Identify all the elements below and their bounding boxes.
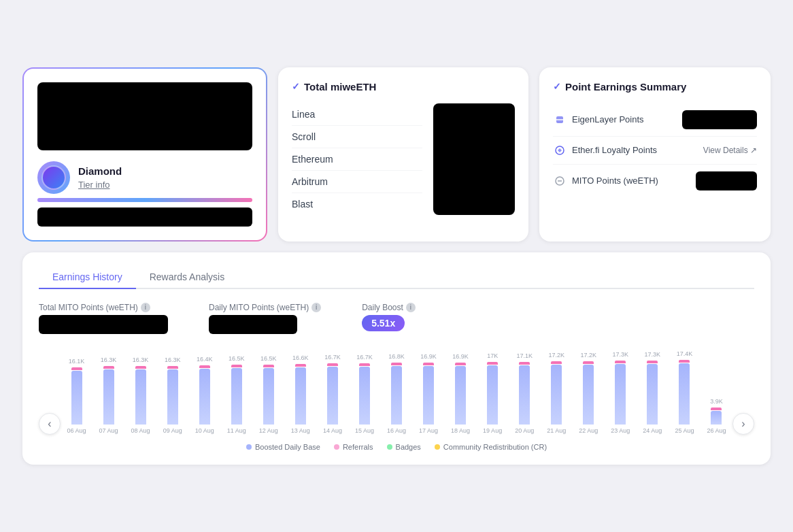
bar-value-label: 16.1K <box>69 358 85 365</box>
chain-item-blast[interactable]: Blast <box>292 193 422 215</box>
bar-stack <box>135 366 147 425</box>
chart-card: Earnings History Rewards Analysis Total … <box>22 252 771 465</box>
chart-prev-button[interactable]: ‹ <box>39 413 61 435</box>
legend-boosted: Boosted Daily Base <box>246 443 320 451</box>
bar-main <box>711 411 722 425</box>
earnings-title: Point Earnings Summary <box>565 81 686 93</box>
legend-boosted-label: Boosted Daily Base <box>255 443 320 451</box>
bar-main <box>295 367 306 425</box>
tier-info: Diamond Tier info <box>78 165 252 190</box>
bar-main <box>551 365 562 425</box>
earnings-checkmark: ✓ <box>553 81 561 92</box>
bar-stack <box>582 361 594 425</box>
tier-value-box <box>37 207 252 227</box>
chain-item-ethereum[interactable]: Ethereum <box>292 148 422 171</box>
bar-value-label: 17.3K <box>645 351 661 358</box>
bar-accent <box>71 367 82 370</box>
tab-rewards-analysis[interactable]: Rewards Analysis <box>136 266 239 289</box>
bar-date-label: 09 Aug <box>163 427 182 435</box>
total-mito-value <box>39 315 168 334</box>
bar-stack <box>294 364 307 425</box>
mito-label-row: MITO Points (weETH) <box>553 174 658 188</box>
legend-cr-label: Community Redistribution (CR) <box>443 443 547 451</box>
bar-main <box>615 364 626 425</box>
tier-progress-bar <box>37 198 252 202</box>
daily-mito-stat: Daily MITO Points (weETH) i <box>209 303 321 334</box>
bar-main <box>519 365 530 425</box>
miwe-title: Total miweETH <box>304 81 376 93</box>
bar-date-label: 25 Aug <box>675 427 694 435</box>
bar-value-label: 16.7K <box>324 354 341 361</box>
bar-group: 16.3K08 Aug <box>124 356 156 435</box>
bar-stack <box>518 362 530 425</box>
bar-group: 17K19 Aug <box>477 352 509 435</box>
bar-main <box>455 366 466 425</box>
bar-accent <box>327 363 338 366</box>
bar-value-label: 16.4K <box>197 356 213 363</box>
bar-date-label: 10 Aug <box>195 427 214 435</box>
bar-value-label: 17.2K <box>548 352 564 359</box>
etherfi-label-row: Ether.fi Loyalty Points <box>553 144 657 157</box>
bar-stack <box>199 365 211 425</box>
bar-accent <box>295 364 306 367</box>
bar-date-label: 08 Aug <box>131 427 150 435</box>
bar-accent <box>455 363 466 365</box>
legend-referrals-label: Referrals <box>343 443 373 451</box>
bar-group: 17.1K20 Aug <box>509 352 541 435</box>
bar-group: 16.3K07 Aug <box>92 356 124 435</box>
eigenlayer-label-row: EigenLayer Points <box>553 113 644 127</box>
miwe-chart-area <box>433 103 515 215</box>
bar-accent <box>647 361 658 363</box>
bar-stack <box>614 361 626 425</box>
bar-main <box>263 368 274 425</box>
bar-value-label: 16.3K <box>101 356 117 363</box>
daily-mito-value <box>209 315 297 334</box>
chart-legend: Boosted Daily Base Referrals Badges Comm… <box>39 443 754 451</box>
bar-group: 17.2K22 Aug <box>573 352 605 435</box>
chart-wrapper: ‹ 16.1K06 Aug16.3K07 Aug16.3K08 Aug16.3K… <box>39 350 754 435</box>
bar-main <box>327 367 338 425</box>
bar-value-label: 16.5K <box>229 355 245 362</box>
daily-boost-label: Daily Boost i <box>362 303 416 312</box>
bar-stack <box>231 365 243 425</box>
total-mito-info-icon[interactable]: i <box>141 303 150 312</box>
bar-date-label: 14 Aug <box>323 427 342 435</box>
bar-value-label: 16.7K <box>356 354 373 361</box>
bar-stack <box>263 365 275 425</box>
chart-next-button[interactable]: › <box>732 413 754 435</box>
tier-row: Diamond Tier info <box>37 161 252 194</box>
bar-date-label: 11 Aug <box>227 427 246 435</box>
view-details-link[interactable]: View Details ↗ <box>703 146 757 155</box>
bar-group: 16.9K17 Aug <box>413 353 445 435</box>
chain-item-arbitrum[interactable]: Arbitrum <box>292 171 422 193</box>
bar-accent <box>167 366 178 369</box>
chain-item-linea[interactable]: Linea <box>292 103 422 126</box>
bar-stack <box>710 408 722 425</box>
miwe-title-row: ✓ Total miweETH <box>292 81 515 93</box>
bar-value-label: 16.9K <box>452 353 469 360</box>
tab-earnings-history[interactable]: Earnings History <box>39 266 136 289</box>
daily-boost-info-icon[interactable]: i <box>406 303 416 312</box>
bar-date-label: 15 Aug <box>355 427 374 435</box>
bar-value-label: 17K <box>487 352 498 359</box>
bar-stack <box>486 362 499 425</box>
legend-badges-dot <box>387 444 392 450</box>
bar-accent <box>423 363 434 365</box>
eigenlayer-row: EigenLayer Points <box>553 103 757 137</box>
etherfi-label: Ether.fi Loyalty Points <box>572 145 657 155</box>
bar-value-label: 16.3K <box>133 356 149 363</box>
bar-group: 17.4K25 Aug <box>669 350 701 435</box>
bar-stack <box>103 366 115 425</box>
bar-group: 17.2K21 Aug <box>541 352 573 435</box>
legend-cr-dot <box>435 444 440 450</box>
daily-mito-info-icon[interactable]: i <box>311 303 321 312</box>
bar-main <box>487 365 498 425</box>
bar-date-label: 17 Aug <box>419 427 438 435</box>
bar-date-label: 24 Aug <box>643 427 662 435</box>
bar-stack <box>167 366 179 425</box>
bar-value-label: 17.4K <box>677 350 693 357</box>
tier-info-link[interactable]: Tier info <box>78 180 252 190</box>
chain-item-scroll[interactable]: Scroll <box>292 126 422 148</box>
bar-group: 16.7K15 Aug <box>348 354 380 435</box>
bar-group: 17.3K24 Aug <box>637 351 669 435</box>
